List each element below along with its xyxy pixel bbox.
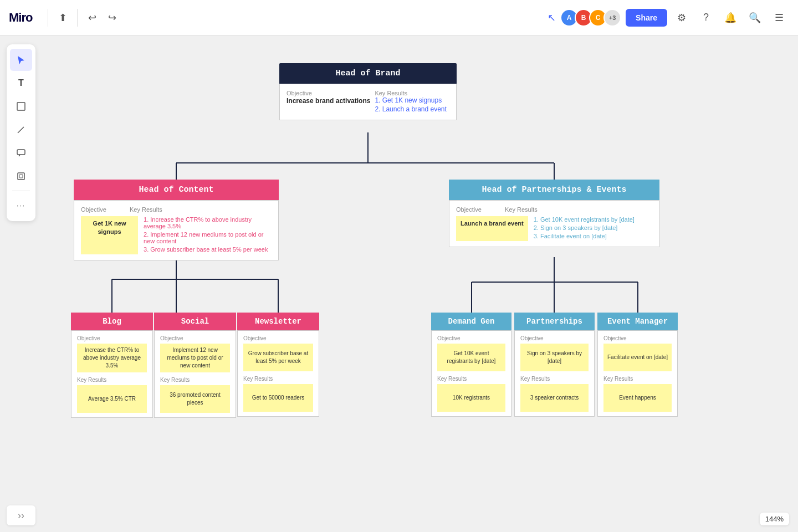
newsletter-kr-label: Key Results: [243, 376, 313, 382]
demandgen-kr: 10K registrants: [437, 384, 505, 412]
blog-body: Objective Increase the CTR% to above ind…: [71, 330, 153, 418]
partnerships-sub-obj-label: Objective: [520, 335, 589, 341]
divider: [48, 9, 48, 27]
hop-kr-list: 1. Get 10K event registrants by [date] 2…: [534, 216, 635, 241]
eventmgr-body: Objective Facilitate event on [date] Key…: [597, 330, 678, 417]
hoc-sticky: Get 1K new signups: [81, 216, 138, 254]
hop-objective-label: Objective: [456, 206, 500, 213]
eventmgr-kr: Event happens: [603, 384, 672, 412]
panel-toggle[interactable]: ››: [7, 505, 35, 525]
partnerships-sub-header: Partnerships: [514, 313, 595, 330]
chevron-right-icon: ››: [18, 510, 24, 521]
hop-kr-label: Key Results: [505, 206, 538, 213]
pen-tool[interactable]: [10, 119, 32, 141]
hoc-content: Get 1K new signups 1. Increase the CTR% …: [81, 216, 272, 254]
svg-line-2: [18, 132, 18, 133]
svg-rect-3: [17, 150, 25, 155]
hop-header: Head of Partnerships & Events: [449, 180, 659, 200]
hoc-kr-1: 1. Increase the CTR% to above industry a…: [144, 216, 272, 229]
blog-objective: Increase the CTR% to above industry aver…: [77, 344, 147, 372]
topbar-right: ↖ A B C +3 Share ⚙ ? 🔔 🔍 ☰: [548, 8, 789, 28]
svg-rect-4: [18, 173, 24, 180]
eventmgr-header: Event Manager: [597, 313, 678, 330]
newsletter-node: Newsletter Objective Grow subscriber bas…: [237, 313, 319, 417]
hoc-header-row: Objective Key Results: [81, 206, 272, 213]
hop-sticky: Launch a brand event: [456, 216, 528, 241]
hob-header: Head of Brand: [279, 63, 457, 84]
hoc-kr-3: 3. Grow subscriber base at least 5% per …: [144, 246, 272, 253]
more-tools[interactable]: ···: [10, 195, 32, 217]
social-body: Objective Implement 12 new mediums to po…: [154, 330, 236, 418]
newsletter-objective: Grow subscriber base at least 5% per wee…: [243, 344, 313, 371]
social-header: Social: [154, 313, 236, 330]
svg-rect-0: [17, 103, 25, 110]
hoc-body: Objective Key Results Get 1K new signups…: [74, 200, 279, 260]
hop-header-row: Objective Key Results: [456, 206, 652, 213]
newsletter-obj-label: Objective: [243, 335, 313, 341]
upload-button[interactable]: ⬆: [53, 8, 73, 28]
partnerships-sub-objective: Sign on 3 speakers by [date]: [520, 344, 589, 371]
partnerships-sub-kr: 3 speaker contracts: [520, 384, 589, 412]
search-icon[interactable]: 🔍: [745, 8, 765, 28]
newsletter-body: Objective Grow subscriber base at least …: [237, 330, 319, 417]
avatar-count: +3: [603, 9, 621, 27]
blog-header: Blog: [71, 313, 153, 330]
divider2: [77, 9, 78, 27]
hop-kr-1: 1. Get 10K event registrants by [date]: [534, 216, 635, 223]
settings-icon[interactable]: ⚙: [672, 8, 692, 28]
hob-kr-1: 1. Get 1K new signups: [375, 96, 449, 104]
head-of-content-node: Head of Content Objective Key Results Ge…: [74, 180, 279, 260]
comment-tool[interactable]: [10, 142, 32, 164]
menu-icon[interactable]: ☰: [769, 8, 789, 28]
partnerships-sub-kr-label: Key Results: [520, 376, 589, 382]
sticky-tool[interactable]: [10, 95, 32, 117]
cursor-icon: ↖: [548, 12, 556, 24]
blog-obj-label: Objective: [77, 335, 147, 341]
svg-line-1: [18, 127, 24, 132]
notifications-icon[interactable]: 🔔: [720, 8, 740, 28]
text-tool[interactable]: T: [10, 72, 32, 94]
hob-body: Objective Increase brand activations Key…: [279, 84, 457, 120]
eventmgr-obj-label: Objective: [603, 335, 672, 341]
hob-cols: Objective Increase brand activations Key…: [287, 90, 449, 114]
blog-node: Blog Objective Increase the CTR% to abov…: [71, 313, 153, 418]
hoc-objective-label: Objective: [81, 206, 125, 213]
hob-kr-list: 1. Get 1K new signups 2. Launch a brand …: [375, 96, 449, 113]
partnerships-sub-node: Partnerships Objective Sign on 3 speaker…: [514, 313, 595, 417]
head-of-partnerships-node: Head of Partnerships & Events Objective …: [449, 180, 659, 247]
hoc-kr-label: Key Results: [130, 206, 162, 213]
demandgen-kr-label: Key Results: [437, 376, 505, 382]
undo-button[interactable]: ↩: [82, 8, 102, 28]
left-toolbar: T ···: [7, 44, 35, 221]
redo-button[interactable]: ↪: [102, 8, 122, 28]
social-obj-label: Objective: [160, 335, 230, 341]
newsletter-header: Newsletter: [237, 313, 319, 330]
cursor-tool[interactable]: [10, 49, 32, 71]
zoom-indicator: 144%: [760, 513, 789, 525]
hop-content: Launch a brand event 1. Get 10K event re…: [456, 216, 652, 241]
hob-kr-label: Key Results: [375, 90, 449, 96]
demandgen-node: Demand Gen Objective Get 10K event regis…: [431, 313, 511, 417]
miro-logo: Miro: [9, 11, 32, 25]
hob-objective-label: Objective: [287, 90, 370, 96]
canvas: Head of Brand Objective Increase brand a…: [0, 35, 798, 532]
share-button[interactable]: Share: [626, 9, 667, 27]
hop-body: Objective Key Results Launch a brand eve…: [449, 200, 659, 247]
blog-kr-label: Key Results: [77, 377, 147, 383]
social-kr-label: Key Results: [160, 377, 230, 383]
hob-kr-2: 2. Launch a brand event: [375, 105, 449, 113]
hob-objective-val: Increase brand activations: [287, 96, 370, 106]
frame-tool[interactable]: [10, 165, 32, 187]
demandgen-objective: Get 10K event registrants by [date]: [437, 344, 505, 371]
tool-separator: [12, 191, 30, 191]
partnerships-sub-body: Objective Sign on 3 speakers by [date] K…: [514, 330, 595, 417]
hop-kr-3: 3. Facilitate event on [date]: [534, 233, 635, 239]
help-icon[interactable]: ?: [696, 8, 716, 28]
eventmgr-node: Event Manager Objective Facilitate event…: [597, 313, 678, 417]
hob-kr-col: Key Results 1. Get 1K new signups 2. Lau…: [375, 90, 449, 114]
eventmgr-objective: Facilitate event on [date]: [603, 344, 672, 371]
social-node: Social Objective Implement 12 new medium…: [154, 313, 236, 418]
eventmgr-kr-label: Key Results: [603, 376, 672, 382]
newsletter-kr: Get to 50000 readers: [243, 384, 313, 412]
topbar: Miro ⬆ ↩ ↪ ↖ A B C +3 Share ⚙ ? 🔔 🔍 ☰: [0, 0, 798, 35]
